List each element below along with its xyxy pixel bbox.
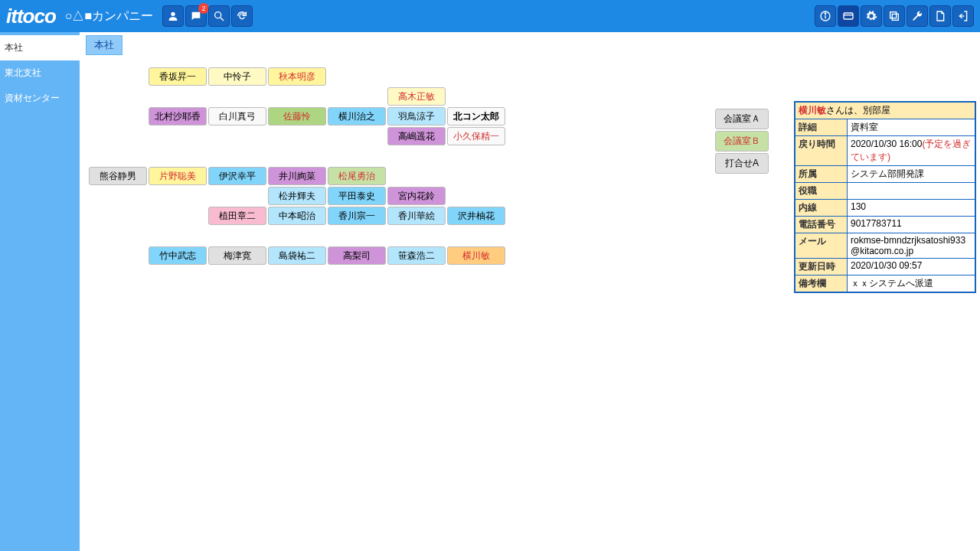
room[interactable]: 会議室Ｂ: [715, 131, 769, 152]
room[interactable]: 打合せA: [715, 153, 769, 174]
seat[interactable]: 中本昭治: [268, 207, 326, 225]
detail-row: 電話番号9017783711: [795, 217, 975, 233]
detail-status-suffix: さんは、: [826, 105, 863, 116]
detail-status-text: 別部屋: [863, 105, 890, 116]
main-area: 本社 香坂昇一中怜子秋本明彦高木正敏北村沙耶香白川真弓佐藤怜横川治之羽鳥涼子北コ…: [80, 32, 980, 551]
detail-row-label: 電話番号: [795, 217, 848, 233]
detail-row-value: [848, 183, 975, 199]
seat[interactable]: 松井輝夫: [268, 187, 326, 205]
seat[interactable]: 北村沙耶香: [149, 107, 207, 126]
tab-active[interactable]: 本社: [86, 35, 122, 55]
seat-board: 香坂昇一中怜子秋本明彦高木正敏北村沙耶香白川真弓佐藤怜横川治之羽鳥涼子北コン太郎…: [80, 57, 778, 276]
seat[interactable]: 沢井柚花: [447, 207, 505, 225]
seat[interactable]: 平田泰史: [328, 187, 386, 205]
detail-status-name: 横川敏: [799, 105, 826, 116]
seat[interactable]: 高梨司: [328, 246, 386, 265]
seat[interactable]: 秋本明彦: [268, 67, 326, 86]
detail-row-value: システム部開発課: [848, 166, 975, 182]
tab-bar: 本社: [80, 32, 980, 57]
wrench-icon[interactable]: [906, 5, 928, 27]
document-icon[interactable]: [929, 5, 951, 27]
detail-row: 役職: [795, 183, 975, 200]
seat[interactable]: 松尾勇治: [328, 167, 386, 185]
gear-icon[interactable]: [861, 5, 882, 27]
seat[interactable]: 笹森浩二: [387, 246, 446, 265]
seat[interactable]: 香坂昇一: [149, 67, 207, 86]
seat[interactable]: 竹中武志: [149, 246, 207, 265]
header-left-toolbar: 2: [162, 5, 253, 27]
logout-icon[interactable]: [952, 5, 974, 27]
svg-point-0: [171, 12, 175, 16]
seat[interactable]: 伊沢幸平: [208, 167, 266, 185]
detail-row: メールrokmse-bmndzrjksatoshi933@kitacom.co.…: [795, 233, 975, 259]
room-list: 会議室Ａ会議室Ｂ打合せA: [715, 109, 769, 174]
sidebar-item-1[interactable]: 東北支社: [0, 60, 80, 86]
detail-row: 備考欄ｘｘシステムへ派遣: [795, 276, 975, 292]
detail-row-warning: (予定を過ぎています): [851, 139, 971, 162]
chat-badge: 2: [198, 3, 209, 14]
svg-line-2: [220, 18, 224, 21]
card-icon[interactable]: [838, 5, 859, 27]
sidebar-item-2[interactable]: 資材センター: [0, 86, 80, 111]
copy-icon[interactable]: [884, 5, 905, 27]
svg-rect-6: [844, 13, 853, 19]
detail-row: 更新日時2020/10/30 09:57: [795, 259, 975, 276]
detail-row-value: 9017783711: [848, 217, 975, 233]
detail-panel: 横川敏さんは、別部屋 詳細資料室戻り時間2020/10/30 16:00(予定を…: [794, 101, 976, 293]
seat[interactable]: 高木正敏: [387, 87, 446, 106]
detail-row-value: 2020/10/30 09:57: [848, 259, 975, 275]
detail-row-value: rokmse-bmndzrjksatoshi933@kitacom.co.jp: [848, 233, 975, 258]
seat[interactable]: 宮内花鈴: [387, 187, 446, 205]
seat[interactable]: 北コン太郎: [447, 107, 505, 126]
detail-row-label: 更新日時: [795, 259, 848, 275]
room[interactable]: 会議室Ａ: [715, 109, 769, 129]
user-icon[interactable]: [162, 5, 184, 27]
search-icon[interactable]: [208, 5, 230, 27]
detail-row-label: 役職: [795, 183, 848, 199]
header-right-toolbar: [815, 5, 974, 27]
svg-point-1: [215, 12, 221, 18]
svg-rect-9: [890, 12, 897, 18]
detail-row-label: メール: [795, 233, 848, 258]
seat[interactable]: 白川真弓: [208, 107, 266, 126]
detail-row-value: 資料室: [848, 119, 975, 135]
seat[interactable]: 小久保精一: [447, 127, 505, 145]
detail-row-value: 2020/10/30 16:00(予定を過ぎています): [848, 136, 975, 165]
detail-row: 詳細資料室: [795, 119, 975, 136]
company-name: ○△■カンパニー: [65, 8, 153, 24]
sidebar-item-0[interactable]: 本社: [0, 35, 80, 60]
seat[interactable]: 植田章二: [208, 207, 266, 225]
seat[interactable]: 羽鳥涼子: [387, 107, 446, 126]
seat[interactable]: 熊谷静男: [89, 167, 147, 185]
detail-row: 内線130: [795, 200, 975, 217]
svg-point-5: [825, 13, 825, 14]
refresh-icon[interactable]: [231, 5, 253, 27]
detail-row-label: 戻り時間: [795, 136, 848, 165]
svg-rect-8: [892, 14, 898, 20]
chat-icon[interactable]: 2: [185, 5, 207, 27]
seat[interactable]: 香川華絵: [387, 207, 446, 225]
seat[interactable]: 横川敏: [447, 246, 505, 265]
detail-row: 所属システム部開発課: [795, 166, 975, 183]
seat[interactable]: 香川宗一: [328, 207, 386, 225]
seat[interactable]: 梅津寛: [208, 246, 266, 265]
info-icon[interactable]: [815, 5, 836, 27]
seat[interactable]: 高嶋遥花: [387, 127, 446, 145]
detail-row-label: 所属: [795, 166, 848, 182]
detail-row-label: 詳細: [795, 119, 848, 135]
seat[interactable]: 中怜子: [208, 67, 266, 86]
seat-group-2: 熊谷静男片野聡美伊沢幸平井川絢菜松尾勇治松井輝夫平田泰史宮内花鈴植田章二中本昭治…: [89, 167, 769, 225]
seat[interactable]: 島袋祐二: [268, 246, 326, 265]
seat[interactable]: 井川絢菜: [268, 167, 326, 185]
seat[interactable]: 横川治之: [328, 107, 386, 126]
seat-group-3: 竹中武志梅津寛島袋祐二高梨司笹森浩二横川敏: [89, 246, 769, 265]
detail-row: 戻り時間2020/10/30 16:00(予定を過ぎています): [795, 136, 975, 166]
detail-status: 横川敏さんは、別部屋: [795, 103, 975, 119]
seat-group-1: 香坂昇一中怜子秋本明彦高木正敏北村沙耶香白川真弓佐藤怜横川治之羽鳥涼子北コン太郎…: [89, 67, 769, 145]
seat[interactable]: 片野聡美: [149, 167, 207, 185]
logo: ittoco: [6, 5, 56, 28]
detail-row-value: ｘｘシステムへ派遣: [848, 276, 975, 292]
seat[interactable]: 佐藤怜: [268, 107, 326, 126]
sidebar: 本社東北支社資材センター: [0, 32, 80, 551]
detail-row-value: 130: [848, 200, 975, 216]
